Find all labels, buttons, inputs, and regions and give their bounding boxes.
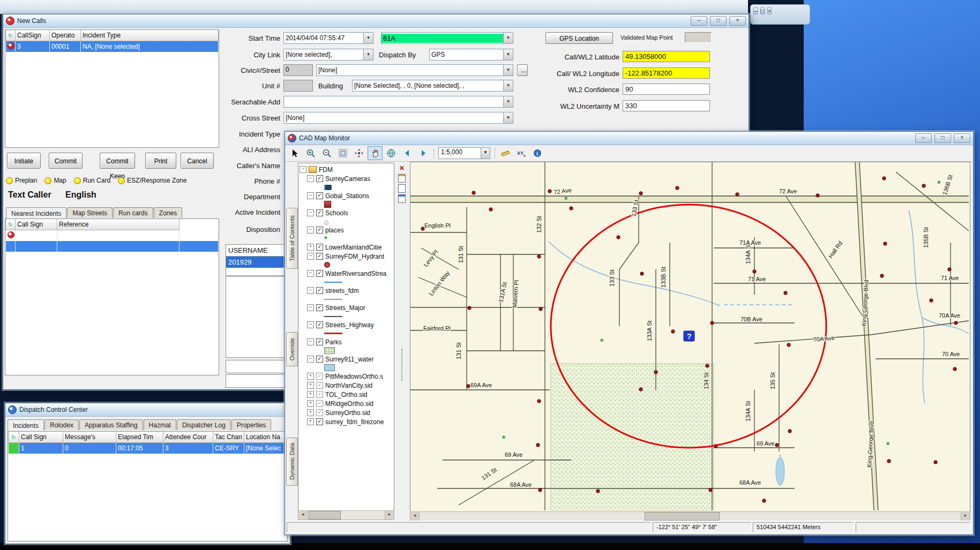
expand-icon[interactable]: + — [307, 409, 314, 416]
unit-field[interactable] — [283, 80, 313, 92]
remove-layer-icon[interactable]: ✕ — [397, 164, 407, 172]
tab-map-streets[interactable]: Map Streets — [67, 207, 113, 218]
table-row[interactable]: 300001NA, [None selected] — [6, 41, 219, 52]
gps-field-wl2-confidence[interactable]: 90 — [623, 84, 710, 95]
expand-icon[interactable]: + — [307, 382, 314, 389]
tab-rolodex[interactable]: Rolodex — [44, 419, 79, 430]
action-button-cancel[interactable]: Cancel — [181, 153, 214, 169]
collapse-icon[interactable]: − — [307, 338, 314, 345]
collapse-icon[interactable]: − — [307, 321, 314, 328]
chevron-down-icon[interactable]: ▼ — [481, 148, 490, 159]
tab-dynamic-data[interactable]: Dynamic Data — [286, 438, 298, 486]
layer-checkbox[interactable]: ✓ — [316, 391, 323, 398]
column-header-elapsed-tim[interactable]: Elapsed Tim — [116, 432, 163, 443]
layer-checkbox[interactable]: ✓ — [316, 382, 323, 389]
map-canvas[interactable]: ***** 72 Ave72 AveEnglish PlLevy PlLinto… — [410, 162, 969, 510]
gps-location-button[interactable]: GPS Location — [545, 32, 613, 44]
new-calls-grid[interactable]: ↻CallSignOperatoIncident Type300001NA, [… — [5, 30, 219, 52]
new-calls-titlebar[interactable]: New Calls – □ × — [3, 14, 749, 28]
minimize-button[interactable]: – — [753, 7, 758, 14]
globe-icon[interactable] — [384, 146, 399, 160]
layer-checkbox[interactable]: ✓ — [316, 356, 323, 363]
column-header-message-s[interactable]: Message's — [63, 432, 116, 443]
toc-root-row[interactable]: −FDM — [300, 165, 393, 174]
expand-icon[interactable]: + — [307, 244, 314, 251]
maximize-button[interactable]: □ — [934, 133, 951, 143]
collapse-icon[interactable]: − — [307, 304, 314, 311]
pan-icon[interactable] — [368, 146, 383, 160]
column-header-callsign[interactable]: CallSign — [16, 30, 50, 41]
expand-icon[interactable]: + — [307, 391, 314, 398]
searchable-address-combo[interactable]: ▼ — [283, 96, 513, 108]
collapse-icon[interactable]: − — [300, 166, 306, 173]
map-viewport[interactable]: ***** 72 Ave72 AveEnglish PlLevy PlLinto… — [410, 162, 970, 512]
dispatch-by-combo[interactable]: GPS▼ — [429, 49, 513, 61]
layer-checkbox[interactable]: ✓ — [316, 244, 323, 251]
dispatch-titlebar[interactable]: Dispatch Control Center — [5, 403, 290, 417]
pointer-icon[interactable] — [287, 146, 302, 160]
layer-checkbox[interactable]: ✓ — [316, 338, 323, 345]
layer-row-tol-ortho-sid[interactable]: +✓TOL_Ortho.sid — [300, 390, 393, 399]
gps-field-wl2-uncertainty-m[interactable]: 330 — [623, 100, 710, 111]
query-marker[interactable]: ? — [684, 331, 694, 341]
splitter-handle[interactable] — [401, 349, 402, 381]
layer-row-pittmeadowsortho-s[interactable]: +✓PittMeadowsOrtho.s — [300, 372, 393, 381]
minimize-button[interactable]: – — [691, 16, 707, 26]
refresh-icon[interactable]: ↻ — [6, 30, 16, 41]
refresh-icon[interactable]: ↻ — [9, 432, 19, 443]
status-light-run-card[interactable]: Run Card — [74, 177, 110, 184]
civic-number-field[interactable]: 0 — [283, 64, 313, 76]
layer-row-streets-major[interactable]: −✓Streets_Major — [300, 303, 393, 312]
gps-field-call-wl2-latitude[interactable]: 49.13058000 — [623, 51, 710, 62]
more-button[interactable]: ... — [517, 64, 528, 76]
tab-table-of-contents[interactable]: Table of Contents — [286, 208, 298, 269]
collapse-icon[interactable]: − — [307, 253, 314, 260]
close-button[interactable]: × — [729, 16, 746, 26]
layer-row-surreyortho-sid[interactable]: +✓SurreyOrtho.sid — [300, 408, 393, 417]
layer-row-surreyfdm-hydrant[interactable]: −✓SurreyFDM_Hydrant — [300, 252, 393, 261]
chevron-down-icon[interactable]: ▼ — [503, 65, 513, 76]
layer-checkbox[interactable]: ✓ — [316, 418, 323, 425]
tab-override[interactable]: Override — [286, 332, 298, 366]
chevron-down-icon[interactable]: ▼ — [503, 112, 513, 123]
layer-row-lowermainlandcitie[interactable]: +✓LowerMainlandCitie — [300, 243, 393, 252]
action-button-commit[interactable]: Commit — [49, 153, 83, 169]
table-row-selected[interactable] — [6, 241, 219, 252]
full-extent-icon[interactable] — [351, 146, 366, 160]
layer-checkbox[interactable]: ✓ — [316, 175, 323, 182]
scale-combo[interactable]: 1:5,000▼ — [438, 147, 490, 159]
collapse-icon[interactable]: − — [307, 209, 314, 216]
collapse-icon[interactable]: − — [307, 287, 314, 294]
refresh-icon[interactable]: ↻ — [6, 219, 16, 230]
empty-field-1[interactable] — [226, 360, 286, 373]
tab-zones[interactable]: Zones — [154, 207, 182, 218]
column-header-incident-type[interactable]: Incident Type — [81, 30, 219, 41]
layer-row-surrey-fdm-firezone[interactable]: +✓surrey_fdm_firezone — [300, 417, 393, 426]
gps-field-call-wl2-longitude[interactable]: -122.85178200 — [623, 67, 710, 79]
expand-icon[interactable]: + — [307, 373, 314, 380]
username-selected-row[interactable]: 201929 — [226, 257, 286, 268]
chevron-down-icon[interactable]: ▼ — [363, 33, 373, 43]
collapse-icon[interactable]: − — [307, 227, 314, 233]
zoom-in-icon[interactable] — [303, 146, 318, 160]
incident-code-combo[interactable]: 61A▼ — [381, 32, 513, 44]
collapse-icon[interactable]: − — [307, 270, 314, 277]
layer-checkbox[interactable]: ✓ — [316, 227, 323, 233]
layer-row-places[interactable]: −✓places — [300, 225, 393, 235]
layer-row-waterriversandstrea[interactable]: −✓WaterRiversandStrea — [300, 269, 393, 278]
tab-properties[interactable]: Properties — [231, 419, 272, 430]
column-header-call-sign[interactable]: Call Sign — [19, 432, 63, 443]
map-titlebar[interactable]: CAD Map Monitor – □ × — [285, 132, 973, 145]
layer-checkbox[interactable]: ✓ — [316, 373, 323, 380]
dispatch-grid[interactable]: ↻Call SignMessage'sElapsed TimAttendee C… — [8, 432, 287, 454]
goto-xy-icon[interactable]: XY — [514, 146, 529, 160]
chevron-down-icon[interactable]: ▼ — [503, 49, 513, 60]
status-light-map[interactable]: Map — [44, 177, 66, 184]
measure-icon[interactable] — [498, 146, 513, 160]
tab-incidents[interactable]: Incidents — [8, 419, 44, 431]
layer-row-surrey911-water[interactable]: −✓Surrey911_water — [300, 355, 393, 364]
layer-checkbox[interactable]: ✓ — [316, 192, 323, 199]
layer-row-streets-fdm[interactable]: −✓streets_fdm — [300, 286, 393, 295]
layer-row-streets-highway[interactable]: −✓Streets_Highway — [300, 320, 393, 329]
maximize-button[interactable]: □ — [710, 16, 727, 26]
